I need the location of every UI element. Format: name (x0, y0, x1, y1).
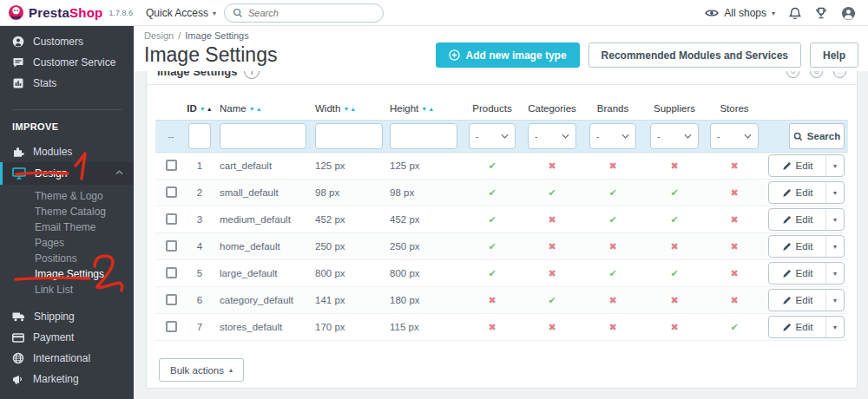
categories-disabled-cross-icon[interactable]: ✖ (548, 160, 556, 171)
sort-arrows[interactable]: ▼▲ (421, 106, 434, 112)
bulk-actions-button[interactable]: Bulk actions ▴ (159, 358, 244, 382)
filter-width-input[interactable] (315, 123, 383, 149)
sidebar-item-design[interactable]: Design (0, 162, 134, 185)
submenu-item-image-settings[interactable]: Image Settings (0, 266, 134, 282)
edit-dropdown-toggle[interactable]: ▾ (825, 236, 844, 257)
stores-disabled-cross-icon[interactable]: ✖ (730, 241, 738, 252)
products-enabled-check-icon[interactable]: ✔ (488, 241, 496, 252)
products-enabled-check-icon[interactable]: ✔ (488, 160, 496, 171)
add-new-image-type-button[interactable]: Add new image type (436, 43, 580, 68)
filter-id-input[interactable] (188, 123, 211, 149)
row-checkbox[interactable] (166, 186, 177, 198)
filter-search-button[interactable]: Search (789, 123, 845, 149)
categories-enabled-check-icon[interactable]: ✔ (548, 187, 556, 198)
brands-disabled-cross-icon[interactable]: ✖ (608, 241, 616, 252)
recommended-modules-button[interactable]: Recommended Modules and Services (589, 43, 801, 68)
brands-disabled-cross-icon[interactable]: ✖ (608, 160, 616, 171)
sidebar-item-payment[interactable]: Payment (0, 327, 134, 348)
edit-button[interactable]: Edit ▾ (768, 154, 845, 177)
submenu-item-link-list[interactable]: Link List (0, 282, 134, 298)
edit-button[interactable]: Edit ▾ (768, 235, 845, 258)
products-disabled-cross-icon[interactable]: ✖ (488, 322, 496, 332)
edit-button[interactable]: Edit ▾ (768, 316, 845, 338)
filter-name-input[interactable] (220, 123, 306, 149)
edit-button[interactable]: Edit ▾ (768, 208, 845, 231)
products-enabled-check-icon[interactable]: ✔ (488, 268, 496, 278)
categories-disabled-cross-icon[interactable]: ✖ (548, 322, 556, 332)
edit-button[interactable]: Edit ▾ (768, 181, 845, 204)
brands-enabled-check-icon[interactable]: ✔ (608, 268, 616, 278)
edit-dropdown-toggle[interactable]: ▾ (825, 290, 844, 311)
submenu-item-positions[interactable]: Positions (0, 251, 134, 266)
sort-arrows[interactable]: ▼▲ (249, 106, 262, 112)
row-checkbox[interactable] (166, 294, 177, 305)
categories-disabled-cross-icon[interactable]: ✖ (548, 241, 556, 252)
submenu-item-theme-logo[interactable]: Theme & Logo (0, 188, 134, 204)
stores-disabled-cross-icon[interactable]: ✖ (730, 160, 738, 171)
edit-dropdown-toggle[interactable]: ▾ (825, 263, 844, 284)
sidebar-item-customer-service[interactable]: Customer Service (0, 52, 134, 73)
edit-dropdown-toggle[interactable]: ▾ (825, 209, 844, 230)
sidebar-item-stats[interactable]: Stats (0, 73, 134, 94)
global-search[interactable] (224, 3, 384, 23)
edit-button[interactable]: Edit ▾ (768, 289, 845, 311)
user-avatar-icon[interactable] (841, 6, 856, 21)
brands-disabled-cross-icon[interactable]: ✖ (608, 295, 616, 305)
help-button[interactable]: Help (810, 43, 858, 68)
submenu-item-pages[interactable]: Pages (0, 235, 134, 251)
row-checkbox[interactable] (166, 321, 177, 332)
sidebar-item-modules[interactable]: Modules (0, 141, 134, 162)
chevron-up-icon[interactable] (115, 170, 123, 175)
edit-button[interactable]: Edit ▾ (768, 262, 845, 285)
brands-disabled-cross-icon[interactable]: ✖ (608, 322, 616, 332)
filter-products-select[interactable]: - (469, 123, 516, 149)
shop-selector[interactable]: All shops ▾ (705, 7, 775, 19)
filter-brands-select[interactable]: - (589, 123, 636, 149)
row-checkbox[interactable] (166, 213, 177, 225)
suppliers-enabled-check-icon[interactable]: ✔ (670, 187, 678, 198)
filter-height-input[interactable] (390, 123, 457, 149)
filter-categories-select[interactable]: - (528, 123, 576, 149)
products-enabled-check-icon[interactable]: ✔ (488, 187, 496, 198)
edit-dropdown-toggle[interactable]: ▾ (825, 155, 844, 176)
search-input[interactable] (248, 8, 361, 18)
sidebar-item-marketing[interactable]: Marketing (0, 369, 134, 389)
suppliers-disabled-cross-icon[interactable]: ✖ (670, 322, 678, 332)
categories-disabled-cross-icon[interactable]: ✖ (548, 268, 556, 278)
sort-arrows[interactable]: ▼▲ (343, 106, 356, 112)
products-enabled-check-icon[interactable]: ✔ (488, 214, 496, 225)
sidebar-item-shipping[interactable]: Shipping (0, 306, 134, 327)
suppliers-disabled-cross-icon[interactable]: ✖ (670, 241, 678, 252)
brands-enabled-check-icon[interactable]: ✔ (608, 187, 616, 198)
quick-access-menu[interactable]: Quick Access ▾ (146, 0, 216, 26)
sidebar-item-international[interactable]: International (0, 348, 134, 369)
sort-arrows[interactable]: ▼▲ (200, 106, 213, 112)
prestashop-logo[interactable]: PrestaShop 1.7.8.6 (0, 4, 139, 21)
edit-dropdown-toggle[interactable]: ▾ (825, 182, 844, 203)
categories-disabled-cross-icon[interactable]: ✖ (548, 214, 556, 225)
breadcrumb-parent[interactable]: Design (144, 30, 174, 41)
edit-dropdown-toggle[interactable]: ▾ (825, 317, 844, 337)
categories-enabled-check-icon[interactable]: ✔ (548, 295, 556, 305)
stores-disabled-cross-icon[interactable]: ✖ (730, 214, 738, 225)
row-checkbox[interactable] (166, 267, 177, 278)
submenu-item-theme-catalog[interactable]: Theme Catalog (0, 204, 134, 219)
stores-disabled-cross-icon[interactable]: ✖ (730, 295, 738, 305)
filter-stores-select[interactable]: - (710, 123, 759, 149)
suppliers-disabled-cross-icon[interactable]: ✖ (670, 295, 678, 305)
suppliers-enabled-check-icon[interactable]: ✔ (670, 214, 678, 225)
filter-suppliers-select[interactable]: - (650, 123, 699, 149)
stores-disabled-cross-icon[interactable]: ✖ (730, 268, 738, 278)
submenu-item-email-theme[interactable]: Email Theme (0, 219, 134, 235)
trophy-icon[interactable] (815, 7, 827, 19)
notifications-bell-icon[interactable] (789, 7, 801, 20)
row-checkbox[interactable] (166, 240, 177, 252)
sidebar-item-customers[interactable]: Customers (0, 31, 134, 52)
suppliers-enabled-check-icon[interactable]: ✔ (670, 268, 678, 278)
row-checkbox[interactable] (166, 160, 177, 171)
brands-enabled-check-icon[interactable]: ✔ (608, 214, 616, 225)
stores-enabled-check-icon[interactable]: ✔ (730, 322, 738, 332)
stores-disabled-cross-icon[interactable]: ✖ (730, 187, 738, 198)
suppliers-disabled-cross-icon[interactable]: ✖ (670, 160, 678, 171)
products-disabled-cross-icon[interactable]: ✖ (488, 295, 496, 305)
